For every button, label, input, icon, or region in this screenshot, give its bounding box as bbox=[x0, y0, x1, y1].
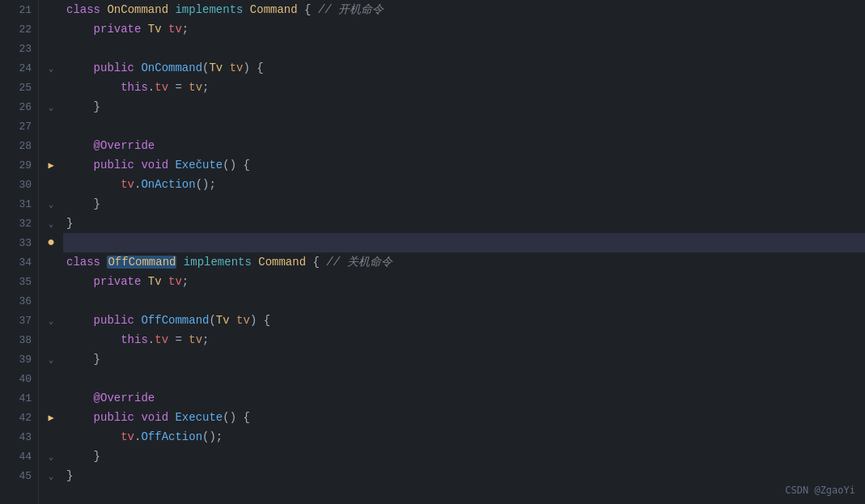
watermark: CSDN @ZgaoYi bbox=[785, 485, 855, 496]
token: OnCommand bbox=[141, 61, 202, 74]
fold-icon[interactable]: ⌄ bbox=[49, 199, 54, 210]
gutter-row bbox=[39, 252, 63, 272]
line-number: 41 bbox=[0, 388, 38, 408]
fold-icon[interactable]: ⌄ bbox=[49, 354, 54, 365]
token: implements bbox=[176, 256, 258, 269]
gutter-row bbox=[39, 272, 63, 291]
token: ; bbox=[202, 81, 209, 94]
token: void bbox=[141, 411, 175, 424]
code-row: } bbox=[63, 214, 865, 233]
line-number: 23 bbox=[0, 39, 38, 58]
token: OffCommand bbox=[141, 314, 209, 327]
token: } bbox=[66, 197, 100, 210]
token: public bbox=[66, 159, 141, 172]
code-row: tv.OffAction(); bbox=[63, 427, 865, 447]
token: { bbox=[298, 3, 318, 16]
token: tv bbox=[189, 333, 202, 346]
token: private bbox=[66, 275, 148, 288]
token: void bbox=[141, 159, 175, 172]
token: tv bbox=[155, 333, 168, 346]
line-number: 29 bbox=[0, 155, 38, 175]
fold-icon[interactable]: ⌄ bbox=[49, 102, 54, 112]
gutter-row bbox=[39, 78, 63, 97]
code-row: public OnCommand(Tv tv) { bbox=[63, 58, 865, 78]
line-number: 25 bbox=[0, 78, 38, 97]
token: = bbox=[168, 81, 189, 94]
token: @Override bbox=[94, 392, 155, 404]
fold-icon[interactable]: ⌄ bbox=[49, 471, 54, 481]
token: ; bbox=[182, 275, 189, 288]
token: . bbox=[134, 178, 141, 191]
gutter-row: ⌄ bbox=[39, 58, 63, 78]
token: class bbox=[66, 3, 107, 16]
gutter-row bbox=[39, 427, 63, 447]
fold-icon[interactable]: ⌄ bbox=[49, 451, 54, 462]
code-row: @Override bbox=[63, 388, 865, 408]
fold-icon[interactable]: ⌄ bbox=[49, 63, 54, 74]
token: Execute bbox=[175, 411, 223, 424]
line-number: 30 bbox=[0, 175, 38, 194]
token: public bbox=[66, 411, 141, 424]
token: } bbox=[66, 450, 100, 463]
line-number: 26 bbox=[0, 97, 38, 116]
token: implements bbox=[175, 3, 249, 16]
code-row: } bbox=[63, 466, 865, 485]
token: class bbox=[66, 256, 107, 269]
fold-icon[interactable]: ⌄ bbox=[49, 316, 54, 326]
gutter-row bbox=[39, 39, 63, 58]
token: tv bbox=[168, 23, 182, 36]
token: . bbox=[148, 81, 155, 94]
token: OnCommand bbox=[107, 3, 175, 16]
token: OffAction bbox=[141, 430, 202, 443]
gutter-row: ▶ bbox=[39, 155, 63, 175]
code-row bbox=[63, 291, 865, 311]
code-row: private Tv tv; bbox=[63, 19, 865, 39]
token: ( bbox=[209, 314, 215, 327]
gutter-row: ⌄ bbox=[39, 97, 63, 116]
token: public bbox=[66, 61, 141, 74]
token: tv bbox=[230, 61, 244, 74]
code-editor: 2122232425262728293031323334353637383940… bbox=[0, 0, 865, 504]
gutter-row bbox=[39, 136, 63, 155]
gutter-row bbox=[39, 369, 63, 388]
code-row: @Override bbox=[63, 136, 865, 155]
line-number: 31 bbox=[0, 194, 38, 214]
token: Exečute bbox=[175, 159, 223, 172]
token: Command bbox=[258, 256, 306, 269]
token: ) { bbox=[243, 61, 263, 74]
gutter-row: ⌄ bbox=[39, 311, 63, 330]
token: tv bbox=[155, 81, 168, 94]
gutter-row bbox=[39, 19, 63, 39]
line-number: 40 bbox=[0, 369, 38, 388]
code-row: tv.OnAction(); bbox=[63, 175, 865, 194]
gutter-row bbox=[39, 116, 63, 136]
line-numbers: 2122232425262728293031323334353637383940… bbox=[0, 0, 39, 504]
token: { bbox=[306, 256, 326, 269]
fold-icon[interactable]: ⌄ bbox=[49, 218, 54, 229]
code-row: } bbox=[63, 97, 865, 116]
token: ) { bbox=[250, 314, 270, 327]
line-number: 27 bbox=[0, 116, 38, 136]
line-number: 21 bbox=[0, 0, 38, 19]
line-number: 38 bbox=[0, 330, 38, 349]
line-number: 44 bbox=[0, 447, 38, 466]
token: Tv bbox=[148, 275, 168, 288]
token: private bbox=[66, 23, 148, 36]
line-number: 35 bbox=[0, 272, 38, 291]
gutter-row bbox=[39, 175, 63, 194]
token: () { bbox=[223, 159, 250, 172]
gutter-row bbox=[39, 291, 63, 311]
token: Command bbox=[250, 3, 298, 16]
token: } bbox=[66, 100, 100, 113]
token: OffCommand bbox=[107, 256, 176, 269]
token: Tv bbox=[209, 61, 229, 74]
run-icon[interactable]: ▶ bbox=[48, 159, 53, 172]
run-icon[interactable]: ▶ bbox=[48, 412, 53, 424]
token: this bbox=[66, 81, 148, 94]
line-number: 34 bbox=[0, 252, 38, 272]
code-row: class OffCommand implements Command { //… bbox=[63, 252, 865, 272]
token: tv bbox=[236, 314, 250, 327]
code-row: public void Exečute() { bbox=[63, 155, 865, 175]
token: tv bbox=[168, 275, 182, 288]
token: tv bbox=[189, 81, 202, 94]
